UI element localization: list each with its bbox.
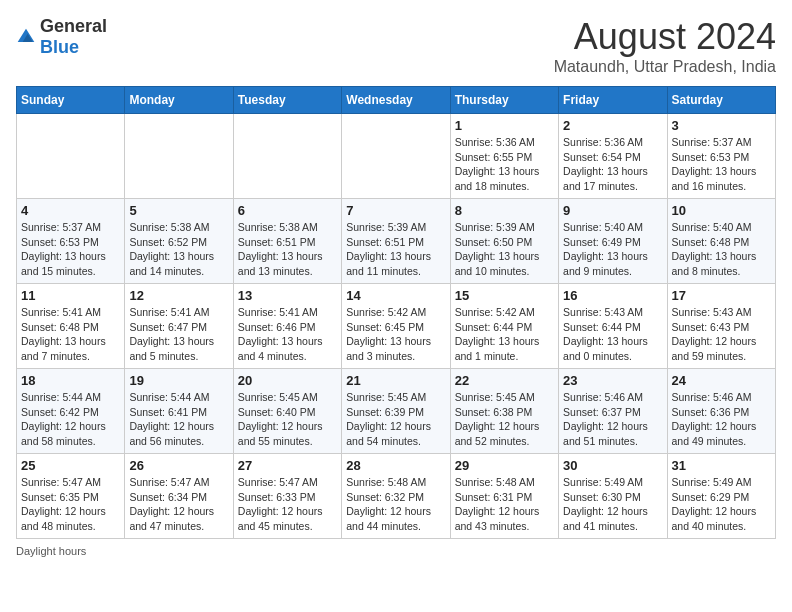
- day-info: Sunrise: 5:49 AM Sunset: 6:30 PM Dayligh…: [563, 475, 662, 534]
- week-row-4: 18Sunrise: 5:44 AM Sunset: 6:42 PM Dayli…: [17, 369, 776, 454]
- calendar-cell: 9Sunrise: 5:40 AM Sunset: 6:49 PM Daylig…: [559, 199, 667, 284]
- day-info: Sunrise: 5:42 AM Sunset: 6:45 PM Dayligh…: [346, 305, 445, 364]
- calendar-cell: 14Sunrise: 5:42 AM Sunset: 6:45 PM Dayli…: [342, 284, 450, 369]
- calendar-cell: 26Sunrise: 5:47 AM Sunset: 6:34 PM Dayli…: [125, 454, 233, 539]
- day-number: 10: [672, 203, 771, 218]
- calendar-cell: [342, 114, 450, 199]
- day-number: 29: [455, 458, 554, 473]
- day-info: Sunrise: 5:41 AM Sunset: 6:47 PM Dayligh…: [129, 305, 228, 364]
- day-number: 24: [672, 373, 771, 388]
- weekday-header-friday: Friday: [559, 87, 667, 114]
- calendar-cell: 30Sunrise: 5:49 AM Sunset: 6:30 PM Dayli…: [559, 454, 667, 539]
- footer: Daylight hours: [16, 545, 776, 557]
- calendar-cell: 5Sunrise: 5:38 AM Sunset: 6:52 PM Daylig…: [125, 199, 233, 284]
- calendar-cell: 16Sunrise: 5:43 AM Sunset: 6:44 PM Dayli…: [559, 284, 667, 369]
- calendar-cell: 13Sunrise: 5:41 AM Sunset: 6:46 PM Dayli…: [233, 284, 341, 369]
- week-row-1: 1Sunrise: 5:36 AM Sunset: 6:55 PM Daylig…: [17, 114, 776, 199]
- day-info: Sunrise: 5:37 AM Sunset: 6:53 PM Dayligh…: [672, 135, 771, 194]
- day-info: Sunrise: 5:48 AM Sunset: 6:32 PM Dayligh…: [346, 475, 445, 534]
- day-number: 14: [346, 288, 445, 303]
- day-info: Sunrise: 5:43 AM Sunset: 6:44 PM Dayligh…: [563, 305, 662, 364]
- day-number: 21: [346, 373, 445, 388]
- day-number: 1: [455, 118, 554, 133]
- calendar-cell: 4Sunrise: 5:37 AM Sunset: 6:53 PM Daylig…: [17, 199, 125, 284]
- calendar-cell: 15Sunrise: 5:42 AM Sunset: 6:44 PM Dayli…: [450, 284, 558, 369]
- day-number: 7: [346, 203, 445, 218]
- calendar-cell: 24Sunrise: 5:46 AM Sunset: 6:36 PM Dayli…: [667, 369, 775, 454]
- day-number: 26: [129, 458, 228, 473]
- calendar-cell: 12Sunrise: 5:41 AM Sunset: 6:47 PM Dayli…: [125, 284, 233, 369]
- day-info: Sunrise: 5:46 AM Sunset: 6:37 PM Dayligh…: [563, 390, 662, 449]
- day-number: 20: [238, 373, 337, 388]
- calendar-cell: 27Sunrise: 5:47 AM Sunset: 6:33 PM Dayli…: [233, 454, 341, 539]
- day-number: 22: [455, 373, 554, 388]
- day-number: 9: [563, 203, 662, 218]
- day-info: Sunrise: 5:47 AM Sunset: 6:33 PM Dayligh…: [238, 475, 337, 534]
- calendar-cell: [17, 114, 125, 199]
- title-area: August 2024 Mataundh, Uttar Pradesh, Ind…: [554, 16, 776, 76]
- day-info: Sunrise: 5:39 AM Sunset: 6:50 PM Dayligh…: [455, 220, 554, 279]
- day-number: 30: [563, 458, 662, 473]
- calendar-cell: 25Sunrise: 5:47 AM Sunset: 6:35 PM Dayli…: [17, 454, 125, 539]
- calendar-cell: 8Sunrise: 5:39 AM Sunset: 6:50 PM Daylig…: [450, 199, 558, 284]
- day-info: Sunrise: 5:45 AM Sunset: 6:38 PM Dayligh…: [455, 390, 554, 449]
- day-info: Sunrise: 5:36 AM Sunset: 6:54 PM Dayligh…: [563, 135, 662, 194]
- weekday-header-row: SundayMondayTuesdayWednesdayThursdayFrid…: [17, 87, 776, 114]
- day-info: Sunrise: 5:46 AM Sunset: 6:36 PM Dayligh…: [672, 390, 771, 449]
- calendar-cell: 20Sunrise: 5:45 AM Sunset: 6:40 PM Dayli…: [233, 369, 341, 454]
- daylight-label: Daylight hours: [16, 545, 86, 557]
- calendar-cell: 7Sunrise: 5:39 AM Sunset: 6:51 PM Daylig…: [342, 199, 450, 284]
- day-number: 31: [672, 458, 771, 473]
- week-row-5: 25Sunrise: 5:47 AM Sunset: 6:35 PM Dayli…: [17, 454, 776, 539]
- logo: General Blue: [16, 16, 107, 58]
- day-info: Sunrise: 5:43 AM Sunset: 6:43 PM Dayligh…: [672, 305, 771, 364]
- day-number: 6: [238, 203, 337, 218]
- calendar-cell: 11Sunrise: 5:41 AM Sunset: 6:48 PM Dayli…: [17, 284, 125, 369]
- weekday-header-sunday: Sunday: [17, 87, 125, 114]
- calendar-cell: 23Sunrise: 5:46 AM Sunset: 6:37 PM Dayli…: [559, 369, 667, 454]
- calendar-cell: 22Sunrise: 5:45 AM Sunset: 6:38 PM Dayli…: [450, 369, 558, 454]
- day-number: 16: [563, 288, 662, 303]
- day-number: 3: [672, 118, 771, 133]
- weekday-header-thursday: Thursday: [450, 87, 558, 114]
- day-info: Sunrise: 5:44 AM Sunset: 6:41 PM Dayligh…: [129, 390, 228, 449]
- weekday-header-tuesday: Tuesday: [233, 87, 341, 114]
- calendar-cell: 1Sunrise: 5:36 AM Sunset: 6:55 PM Daylig…: [450, 114, 558, 199]
- header: General Blue August 2024 Mataundh, Uttar…: [16, 16, 776, 76]
- day-info: Sunrise: 5:42 AM Sunset: 6:44 PM Dayligh…: [455, 305, 554, 364]
- calendar-cell: 31Sunrise: 5:49 AM Sunset: 6:29 PM Dayli…: [667, 454, 775, 539]
- weekday-header-wednesday: Wednesday: [342, 87, 450, 114]
- day-number: 12: [129, 288, 228, 303]
- day-info: Sunrise: 5:41 AM Sunset: 6:48 PM Dayligh…: [21, 305, 120, 364]
- calendar-cell: 10Sunrise: 5:40 AM Sunset: 6:48 PM Dayli…: [667, 199, 775, 284]
- logo-general: General: [40, 16, 107, 36]
- weekday-header-saturday: Saturday: [667, 87, 775, 114]
- calendar-cell: 3Sunrise: 5:37 AM Sunset: 6:53 PM Daylig…: [667, 114, 775, 199]
- day-info: Sunrise: 5:49 AM Sunset: 6:29 PM Dayligh…: [672, 475, 771, 534]
- calendar-cell: 29Sunrise: 5:48 AM Sunset: 6:31 PM Dayli…: [450, 454, 558, 539]
- day-number: 17: [672, 288, 771, 303]
- day-info: Sunrise: 5:37 AM Sunset: 6:53 PM Dayligh…: [21, 220, 120, 279]
- day-number: 5: [129, 203, 228, 218]
- day-number: 13: [238, 288, 337, 303]
- day-info: Sunrise: 5:38 AM Sunset: 6:52 PM Dayligh…: [129, 220, 228, 279]
- calendar-cell: 21Sunrise: 5:45 AM Sunset: 6:39 PM Dayli…: [342, 369, 450, 454]
- calendar-cell: 19Sunrise: 5:44 AM Sunset: 6:41 PM Dayli…: [125, 369, 233, 454]
- day-number: 23: [563, 373, 662, 388]
- day-info: Sunrise: 5:47 AM Sunset: 6:34 PM Dayligh…: [129, 475, 228, 534]
- day-number: 15: [455, 288, 554, 303]
- day-number: 8: [455, 203, 554, 218]
- day-info: Sunrise: 5:40 AM Sunset: 6:49 PM Dayligh…: [563, 220, 662, 279]
- weekday-header-monday: Monday: [125, 87, 233, 114]
- day-info: Sunrise: 5:44 AM Sunset: 6:42 PM Dayligh…: [21, 390, 120, 449]
- day-info: Sunrise: 5:41 AM Sunset: 6:46 PM Dayligh…: [238, 305, 337, 364]
- day-number: 18: [21, 373, 120, 388]
- day-info: Sunrise: 5:48 AM Sunset: 6:31 PM Dayligh…: [455, 475, 554, 534]
- day-info: Sunrise: 5:36 AM Sunset: 6:55 PM Dayligh…: [455, 135, 554, 194]
- day-info: Sunrise: 5:40 AM Sunset: 6:48 PM Dayligh…: [672, 220, 771, 279]
- day-info: Sunrise: 5:45 AM Sunset: 6:39 PM Dayligh…: [346, 390, 445, 449]
- location: Mataundh, Uttar Pradesh, India: [554, 58, 776, 76]
- logo-text: General Blue: [40, 16, 107, 58]
- day-number: 28: [346, 458, 445, 473]
- day-number: 27: [238, 458, 337, 473]
